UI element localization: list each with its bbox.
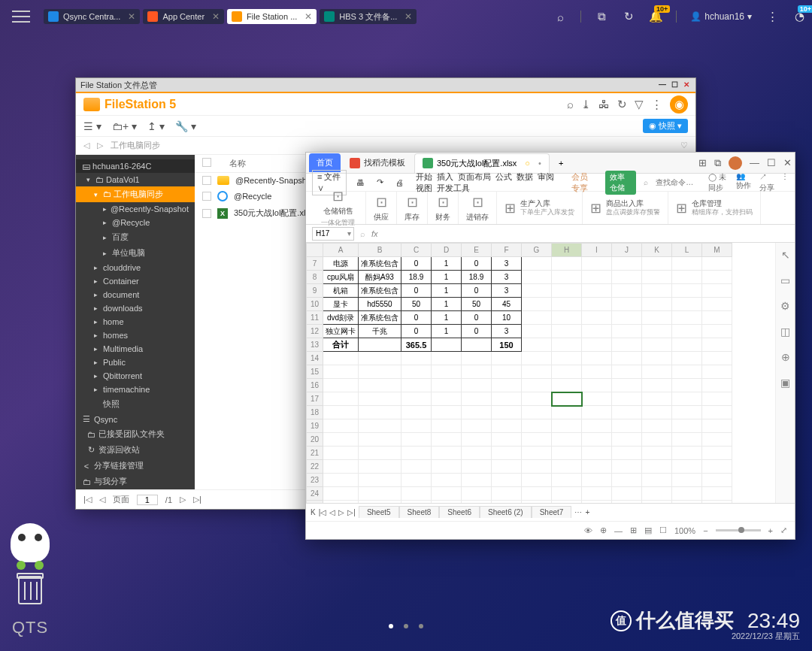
win-min[interactable]: —: [750, 157, 759, 168]
ribbon-group[interactable]: ⊞生产入库下单生产入库发货: [497, 192, 583, 224]
tab-close[interactable]: •: [538, 159, 541, 168]
refresh-icon[interactable]: ↻: [622, 10, 635, 23]
menu-tab[interactable]: 插入: [435, 171, 456, 183]
task-tab[interactable]: App Center✕: [143, 9, 224, 24]
select-all[interactable]: [202, 158, 211, 167]
ribbon-group[interactable]: ⊡仓储销售一体化管理: [311, 192, 366, 224]
page-last[interactable]: ▷|: [193, 495, 201, 504]
view-mode[interactable]: ☰ ▾: [83, 120, 102, 132]
page-prev[interactable]: ◁: [99, 495, 105, 504]
tab-close-icon[interactable]: ✕: [128, 11, 135, 22]
sheet-tab[interactable]: Sheet6 (2): [480, 506, 532, 518]
task-tab[interactable]: File Station ...✕: [227, 9, 317, 24]
tree-item[interactable]: ▸Multimedia: [76, 342, 195, 356]
tree-item[interactable]: ▸单位电脑: [76, 245, 195, 261]
sheet-list[interactable]: K: [311, 508, 316, 516]
tree-item[interactable]: ▸document: [76, 288, 195, 301]
tree-item[interactable]: ▾🗀 工作电脑同步: [76, 186, 195, 202]
tab-close-icon[interactable]: ✕: [212, 11, 220, 22]
coop[interactable]: 👥 协作: [736, 172, 753, 193]
center-icon[interactable]: ⊕: [600, 525, 607, 535]
sheet-last[interactable]: ▷|: [347, 508, 356, 516]
zoom-out[interactable]: −: [703, 526, 707, 535]
sheet-add[interactable]: +: [585, 508, 589, 516]
dashboard-icon[interactable]: ◔10+: [792, 10, 806, 23]
sheet-tab[interactable]: Sheet8: [399, 506, 440, 518]
tree-item[interactable]: 快照: [76, 396, 195, 412]
tree-item[interactable]: ▸百度: [76, 229, 195, 245]
menu-tab[interactable]: 数据: [514, 171, 535, 183]
fx-cancel[interactable]: ⌕: [360, 229, 365, 238]
upload[interactable]: ↥ ▾: [147, 120, 165, 132]
reload-icon[interactable]: ↻: [617, 98, 627, 111]
snapshot-icon[interactable]: ◉: [670, 95, 688, 114]
sheet-next[interactable]: ▷: [338, 508, 344, 516]
win-max[interactable]: ☐: [767, 157, 776, 168]
sheet-first[interactable]: |◁: [319, 508, 327, 516]
more-icon[interactable]: ⋮: [765, 10, 779, 23]
name-box[interactable]: H17: [312, 227, 354, 241]
save-icon[interactable]: 🖶: [354, 177, 367, 189]
ribbon-group[interactable]: ⊡供应: [366, 192, 397, 224]
fullscreen[interactable]: ⤢: [780, 525, 787, 535]
select-icon[interactable]: ▭: [780, 274, 790, 286]
share[interactable]: ↗ 分享: [759, 172, 775, 193]
tab-close-icon[interactable]: ✕: [304, 11, 312, 22]
header-search-icon[interactable]: ⌕: [567, 98, 574, 111]
checkbox[interactable]: [202, 209, 211, 218]
grid[interactable]: ABCDEFGHIJKLM7电源准系统包含01038cpu风扇酷妈A9318.9…: [306, 243, 795, 503]
tree-item[interactable]: 🗀与我分享: [76, 474, 195, 489]
breadcrumb[interactable]: 工作电脑同步: [111, 140, 160, 151]
ribbon-group[interactable]: ⊡进销存: [459, 192, 497, 224]
cursor-icon[interactable]: ↖: [781, 249, 790, 261]
globe-icon[interactable]: ⊕: [781, 351, 790, 363]
tree-item[interactable]: <分享链接管理: [76, 458, 195, 474]
page-next[interactable]: ▷: [180, 495, 186, 504]
ribbon-group[interactable]: ⊞仓库管理精细库存，支持扫码: [668, 192, 761, 224]
grid-view[interactable]: ⊞: [630, 525, 637, 535]
checkbox[interactable]: [202, 176, 211, 185]
assistant-icon[interactable]: [11, 523, 50, 562]
tree-item[interactable]: ▸@Recently-Snapshot: [76, 202, 195, 216]
settings-icon[interactable]: ⋮: [651, 98, 662, 111]
sheet-tab[interactable]: Sheet7: [532, 506, 572, 518]
menu-eff[interactable]: 效率仓储: [605, 171, 636, 195]
command-search[interactable]: [656, 178, 701, 186]
new-folder[interactable]: 🗀+ ▾: [112, 120, 137, 132]
tab-file[interactable]: 350元大战lol配置.xlsx○•: [414, 153, 550, 173]
tab-close-icon[interactable]: ✕: [404, 11, 412, 22]
trash-icon[interactable]: [18, 576, 42, 604]
sheet-prev[interactable]: ◁: [329, 508, 335, 516]
favorite-icon[interactable]: ♡: [680, 141, 688, 150]
tree-item[interactable]: ▸timemachine: [76, 383, 195, 396]
window-titlebar[interactable]: File Station 文件总管 — ☐ ✕: [76, 78, 695, 92]
export-icon[interactable]: ↷: [374, 176, 386, 189]
snapshot-button[interactable]: ◉ 快照 ▾: [643, 119, 688, 133]
tools[interactable]: 🔧 ▾: [175, 120, 196, 132]
menu-tab[interactable]: 开始: [414, 171, 435, 183]
win-close[interactable]: ✕: [783, 157, 792, 168]
zoom-in[interactable]: +: [768, 526, 773, 535]
page-input[interactable]: [137, 495, 158, 505]
maximize-button[interactable]: ☐: [670, 80, 679, 89]
col-name[interactable]: 名称: [229, 158, 246, 169]
tree-item[interactable]: ▸homes: [76, 329, 195, 342]
sheet-tab[interactable]: Sheet5: [359, 506, 399, 518]
tree-item[interactable]: ▸Qbittorrent: [76, 369, 195, 383]
filter-icon[interactable]: ▽: [635, 98, 644, 111]
close-button[interactable]: ✕: [682, 80, 691, 89]
tree-item[interactable]: ▸clouddrive: [76, 261, 195, 274]
ribbon-group[interactable]: ⊡库存: [397, 192, 428, 224]
page-first[interactable]: |◁: [83, 495, 92, 504]
nav-fwd[interactable]: ▷: [97, 141, 103, 150]
fx-icon[interactable]: fx: [371, 229, 378, 238]
sheet-more[interactable]: ⋯: [574, 508, 582, 516]
notifications-icon[interactable]: 🔔10+: [649, 10, 662, 23]
tree-host[interactable]: 🖴 hchuan16-264C: [76, 159, 195, 173]
ribbon-group[interactable]: ⊞商品出入库盘点调拨库存预警: [583, 192, 668, 224]
panel-icon[interactable]: ⧉: [714, 157, 721, 169]
menu-tab[interactable]: 页面布局: [456, 171, 493, 183]
chart-icon[interactable]: ◫: [780, 326, 790, 338]
tree-item[interactable]: ▾🗀 DataVol1: [76, 173, 195, 186]
tree-item[interactable]: ☰Qsync: [76, 412, 195, 426]
